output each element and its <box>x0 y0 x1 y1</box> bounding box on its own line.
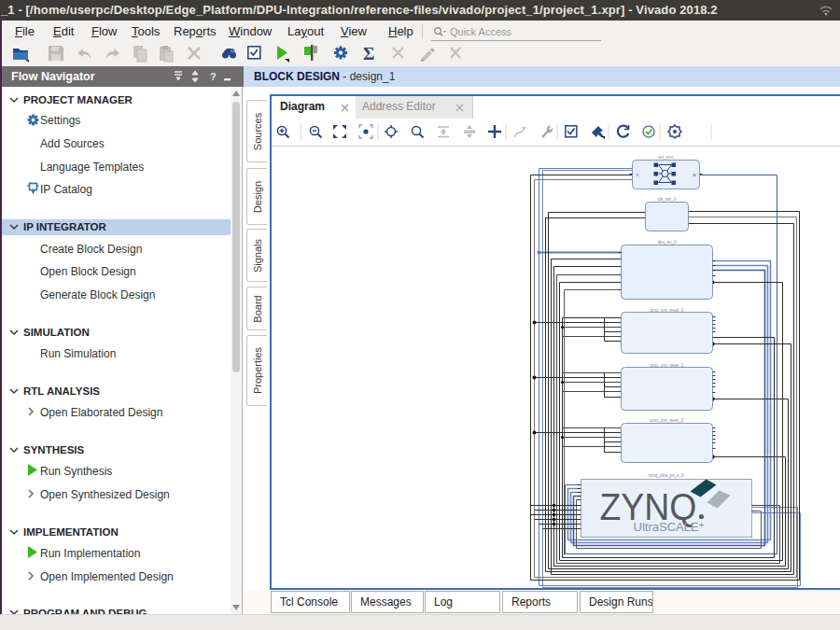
svg-text:proc_sys_reset_2: proc_sys_reset_2 <box>651 418 684 423</box>
svg-text:proc_sys_reset_1: proc_sys_reset_1 <box>651 363 684 368</box>
svg-text:M: M <box>693 173 696 177</box>
svg-text:?: ? <box>210 71 217 82</box>
svg-text:clk_wiz_0: clk_wiz_0 <box>658 197 677 202</box>
svg-text:dpu_eu_0: dpu_eu_0 <box>657 240 677 245</box>
svg-text:Σ: Σ <box>363 44 374 63</box>
svg-text:UltraSCALE+: UltraSCALE+ <box>634 520 705 534</box>
svg-text:axi_smc: axi_smc <box>658 155 674 160</box>
svg-text:proc_sys_reset_0: proc_sys_reset_0 <box>651 308 684 313</box>
svg-text:zynq_ultra_ps_e_0: zynq_ultra_ps_e_0 <box>648 473 684 478</box>
svg-text:S: S <box>637 173 639 177</box>
